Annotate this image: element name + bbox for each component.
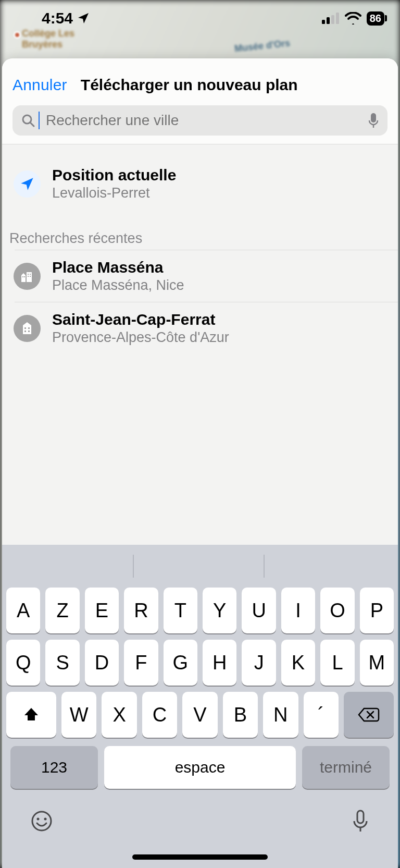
key-accent[interactable]: ´ <box>304 692 339 738</box>
svg-rect-12 <box>28 274 29 275</box>
numbers-key[interactable]: 123 <box>10 746 98 789</box>
space-key[interactable]: espace <box>104 746 296 789</box>
svg-point-21 <box>32 812 51 830</box>
wifi-icon <box>345 12 361 25</box>
key-w[interactable]: W <box>61 692 96 738</box>
status-time: 4:54 <box>42 9 73 27</box>
key-h[interactable]: H <box>203 640 236 686</box>
recent-item-subtitle: Provence-Alpes-Côte d'Azur <box>52 329 229 346</box>
battery-icon: 86 <box>367 11 384 26</box>
shift-key[interactable] <box>6 692 56 738</box>
location-circle-icon <box>14 170 41 198</box>
key-a[interactable]: A <box>6 588 40 633</box>
svg-rect-18 <box>28 327 30 329</box>
recent-item[interactable]: Place Masséna Place Masséna, Nice <box>2 250 398 302</box>
location-arrow-icon <box>77 12 90 25</box>
search-icon <box>21 113 35 128</box>
current-location-title: Position actuelle <box>52 166 176 184</box>
key-u[interactable]: U <box>242 588 276 633</box>
svg-rect-20 <box>28 331 30 332</box>
recent-item-title: Place Masséna <box>52 259 184 276</box>
key-k[interactable]: K <box>281 640 315 686</box>
key-d[interactable]: D <box>85 640 119 686</box>
key-l[interactable]: L <box>320 640 354 686</box>
backspace-icon <box>358 707 380 723</box>
done-key[interactable]: terminé <box>302 746 390 789</box>
key-i[interactable]: I <box>281 588 315 633</box>
svg-rect-15 <box>30 276 31 277</box>
recent-item-subtitle: Place Masséna, Nice <box>52 277 184 294</box>
keyboard-row-bottom: 123 espace terminé <box>2 741 398 794</box>
cellular-icon <box>322 13 340 24</box>
svg-rect-24 <box>357 811 364 823</box>
recent-item-title: Saint-Jean-Cap-Ferrat <box>52 311 229 328</box>
key-t[interactable]: T <box>164 588 197 633</box>
shift-icon <box>22 706 40 724</box>
key-c[interactable]: C <box>142 692 177 738</box>
key-n[interactable]: N <box>263 692 298 738</box>
key-z[interactable]: Z <box>45 588 79 633</box>
key-e[interactable]: E <box>85 588 119 633</box>
suggestion-bar[interactable] <box>2 548 398 584</box>
svg-line-5 <box>30 123 34 126</box>
key-j[interactable]: J <box>242 640 276 686</box>
keyboard: A Z E R T Y U I O P Q S D F G H J K L M <box>2 545 398 868</box>
key-q[interactable]: Q <box>6 640 40 686</box>
key-b[interactable]: B <box>223 692 258 738</box>
download-map-sheet: Annuler Télécharger un nouveau plan <box>2 58 398 868</box>
svg-rect-19 <box>24 331 26 332</box>
sheet-title: Télécharger un nouveau plan <box>81 76 298 94</box>
sheet-header: Annuler Télécharger un nouveau plan <box>2 58 398 144</box>
key-p[interactable]: P <box>360 588 394 633</box>
svg-rect-8 <box>21 275 26 282</box>
battery-value: 86 <box>370 13 381 25</box>
keyboard-row-1: A Z E R T Y U I O P <box>2 584 398 637</box>
backspace-key[interactable] <box>344 692 394 738</box>
current-location-row[interactable]: Position actuelle Levallois-Perret <box>2 158 398 210</box>
key-y[interactable]: Y <box>203 588 236 633</box>
key-o[interactable]: O <box>320 588 354 633</box>
svg-rect-13 <box>30 274 31 275</box>
key-v[interactable]: V <box>182 692 217 738</box>
emoji-icon[interactable] <box>30 810 53 833</box>
svg-rect-2 <box>331 15 334 24</box>
svg-rect-3 <box>336 13 339 24</box>
svg-rect-10 <box>22 276 23 277</box>
home-indicator[interactable] <box>132 854 268 860</box>
svg-rect-14 <box>28 276 29 277</box>
svg-rect-0 <box>322 20 325 24</box>
svg-rect-6 <box>371 113 376 123</box>
keyboard-row-2: Q S D F G H J K L M <box>2 637 398 689</box>
svg-rect-1 <box>327 17 330 24</box>
city-icon <box>14 263 41 290</box>
svg-point-23 <box>44 818 47 821</box>
svg-rect-16 <box>23 325 31 334</box>
keyboard-row-3: W X C V B N ´ <box>2 689 398 741</box>
city-icon <box>14 315 41 342</box>
svg-rect-9 <box>27 272 32 282</box>
microphone-icon[interactable] <box>368 112 379 129</box>
key-f[interactable]: F <box>124 640 158 686</box>
key-r[interactable]: R <box>124 588 158 633</box>
key-m[interactable]: M <box>360 640 394 686</box>
svg-point-22 <box>37 818 40 821</box>
recent-item[interactable]: Saint-Jean-Cap-Ferrat Provence-Alpes-Côt… <box>2 302 398 354</box>
key-g[interactable]: G <box>164 640 197 686</box>
svg-rect-11 <box>24 276 25 277</box>
key-x[interactable]: X <box>102 692 136 738</box>
svg-rect-17 <box>24 327 26 329</box>
key-s[interactable]: S <box>45 640 79 686</box>
status-bar: 4:54 86 <box>0 0 400 36</box>
cancel-button[interactable]: Annuler <box>12 76 67 94</box>
recent-header: Recherches récentes <box>2 210 398 250</box>
search-field[interactable] <box>12 105 388 136</box>
current-location-subtitle: Levallois-Perret <box>52 185 176 201</box>
search-input[interactable] <box>40 112 368 129</box>
dictation-icon[interactable] <box>351 809 370 834</box>
